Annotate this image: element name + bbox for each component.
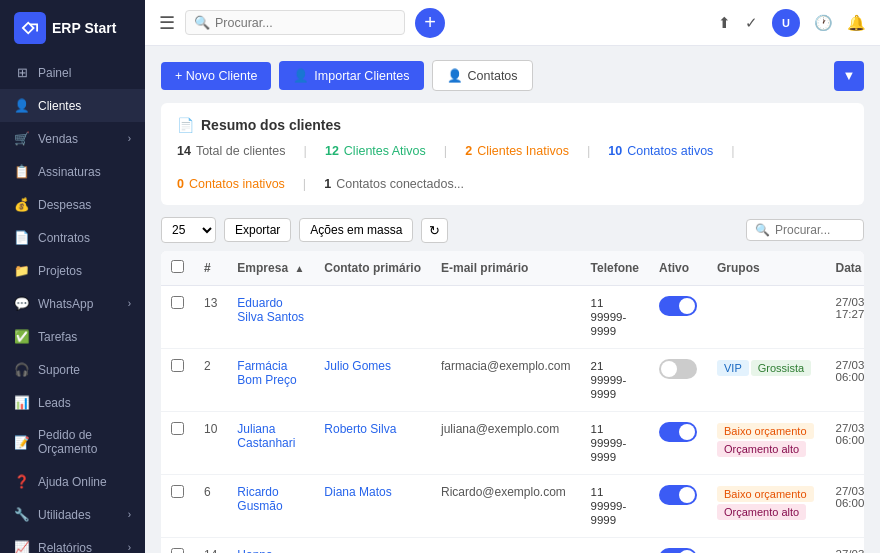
contato-link[interactable]: Diana Matos bbox=[324, 485, 391, 499]
row-grupos bbox=[707, 538, 826, 554]
avatar[interactable]: U bbox=[772, 9, 800, 37]
add-button[interactable]: + bbox=[415, 8, 445, 38]
empresa-link[interactable]: Farmácia Bom Preço bbox=[237, 359, 296, 387]
stat-contatos-ativos: 10 Contatos ativos bbox=[608, 144, 713, 158]
clock-icon[interactable]: 🕐 bbox=[814, 14, 833, 32]
sidebar-item-clientes[interactable]: 👤 Clientes bbox=[0, 89, 145, 122]
sidebar-item-pedido[interactable]: 📝 Pedido de Orçamento bbox=[0, 419, 145, 465]
sidebar-item-projetos[interactable]: 📁 Projetos bbox=[0, 254, 145, 287]
sidebar-item-assinaturas[interactable]: 📋 Assinaturas bbox=[0, 155, 145, 188]
filter-button[interactable]: ▼ bbox=[834, 61, 864, 91]
sidebar-icon-painel: ⊞ bbox=[14, 65, 30, 80]
novo-cliente-button[interactable]: + Novo Cliente bbox=[161, 62, 271, 90]
sidebar-item-vendas[interactable]: 🛒 Vendas › bbox=[0, 122, 145, 155]
ativo-toggle[interactable] bbox=[659, 296, 697, 316]
search-input[interactable] bbox=[215, 16, 396, 30]
importar-clientes-button[interactable]: 👤 Importar Clientes bbox=[279, 61, 423, 90]
sidebar-label-vendas: Vendas bbox=[38, 132, 120, 146]
contatos-ativos-label: Contatos ativos bbox=[627, 144, 713, 158]
email-text: juliana@exemplo.com bbox=[441, 422, 559, 436]
sidebar-item-leads[interactable]: 📊 Leads bbox=[0, 386, 145, 419]
ativo-toggle[interactable] bbox=[659, 422, 697, 442]
sidebar-icon-suporte: 🎧 bbox=[14, 362, 30, 377]
per-page-select[interactable]: 25 50 100 bbox=[161, 217, 216, 243]
empresa-link[interactable]: Eduardo Silva Santos bbox=[237, 296, 304, 324]
sidebar-icon-vendas: 🛒 bbox=[14, 131, 30, 146]
table-row: 6 Ricardo Gusmão Diana Matos Ricardo@exe… bbox=[161, 475, 864, 538]
row-checkbox[interactable] bbox=[171, 548, 184, 553]
sidebar-label-painel: Painel bbox=[38, 66, 131, 80]
logo-text: ERP Start bbox=[52, 20, 116, 36]
empresa-link[interactable]: Ricardo Gusmão bbox=[237, 485, 282, 513]
table-search-input[interactable] bbox=[775, 223, 855, 237]
sidebar-icon-projetos: 📁 bbox=[14, 263, 30, 278]
empresa-link[interactable]: Juliana Castanhari bbox=[237, 422, 295, 450]
row-id: 6 bbox=[194, 475, 227, 538]
row-contato: Diana Matos bbox=[314, 475, 431, 538]
sidebar-item-suporte[interactable]: 🎧 Suporte bbox=[0, 353, 145, 386]
topbar: ☰ 🔍 + ⬆ ✓ U 🕐 🔔 bbox=[145, 0, 880, 46]
contatos-inativos-label: Contatos inativos bbox=[189, 177, 285, 191]
sidebar-label-relatorios: Relatórios bbox=[38, 541, 120, 554]
stat-total: 14 Total de clientes bbox=[177, 144, 286, 158]
ativo-toggle[interactable] bbox=[659, 485, 697, 505]
contatos-button[interactable]: 👤 Contatos bbox=[432, 60, 533, 91]
empresa-link[interactable]: Hanna Torres bbox=[237, 548, 272, 553]
row-email: farmacia@exemplo.com bbox=[431, 349, 581, 412]
refresh-button[interactable]: ↻ bbox=[421, 218, 448, 243]
sidebar-item-whatsapp[interactable]: 💬 WhatsApp › bbox=[0, 287, 145, 320]
table-row: 10 Juliana Castanhari Roberto Silva juli… bbox=[161, 412, 864, 475]
sidebar-item-tarefas[interactable]: ✅ Tarefas bbox=[0, 320, 145, 353]
bell-icon[interactable]: 🔔 bbox=[847, 14, 866, 32]
row-checkbox[interactable] bbox=[171, 485, 184, 498]
row-checkbox[interactable] bbox=[171, 359, 184, 372]
topbar-actions: ⬆ ✓ U 🕐 🔔 bbox=[718, 9, 866, 37]
sidebar-label-assinaturas: Assinaturas bbox=[38, 165, 131, 179]
stat-ativos: 12 Clientes Ativos bbox=[325, 144, 426, 158]
row-email: Ricardo@exemplo.com bbox=[431, 475, 581, 538]
row-data: 27/03/202406:00:06 bbox=[826, 412, 864, 475]
sidebar-item-contratos[interactable]: 📄 Contratos bbox=[0, 221, 145, 254]
row-empresa: Juliana Castanhari bbox=[227, 412, 314, 475]
select-all-checkbox[interactable] bbox=[171, 260, 184, 273]
table-search-box[interactable]: 🔍 bbox=[746, 219, 864, 241]
contatos-conectados-label: Contatos conectados... bbox=[336, 177, 464, 191]
row-contato: Roberto Silva bbox=[314, 412, 431, 475]
mass-action-button[interactable]: Ações em massa bbox=[299, 218, 413, 242]
inativos-num: 2 bbox=[465, 144, 472, 158]
action-bar: + Novo Cliente 👤 Importar Clientes 👤 Con… bbox=[161, 60, 864, 91]
sidebar-label-ajuda: Ajuda Online bbox=[38, 475, 131, 489]
sidebar-item-despesas[interactable]: 💰 Despesas bbox=[0, 188, 145, 221]
row-telefone: 21 99999-9999 bbox=[581, 349, 649, 412]
ativo-toggle[interactable] bbox=[659, 548, 697, 553]
sidebar-item-ajuda[interactable]: ❓ Ajuda Online bbox=[0, 465, 145, 498]
th-empresa[interactable]: Empresa ▲ bbox=[227, 251, 314, 286]
summary-title: 📄 Resumo dos clientes bbox=[177, 117, 848, 133]
row-checkbox[interactable] bbox=[171, 296, 184, 309]
sidebar-item-relatorios[interactable]: 📈 Relatórios › bbox=[0, 531, 145, 553]
doc-icon: 📄 bbox=[177, 117, 194, 133]
row-checkbox-cell bbox=[161, 286, 194, 349]
row-telefone bbox=[581, 538, 649, 554]
sidebar-label-whatsapp: WhatsApp bbox=[38, 297, 120, 311]
sort-empresa-icon: ▲ bbox=[294, 263, 304, 274]
contato-link[interactable]: Roberto Silva bbox=[324, 422, 396, 436]
row-telefone: 11 99999-9999 bbox=[581, 286, 649, 349]
contatos-inativos-num: 0 bbox=[177, 177, 184, 191]
export-button[interactable]: Exportar bbox=[224, 218, 291, 242]
row-checkbox[interactable] bbox=[171, 422, 184, 435]
sidebar-label-projetos: Projetos bbox=[38, 264, 131, 278]
sidebar-arrow-whatsapp: › bbox=[128, 298, 131, 309]
menu-icon[interactable]: ☰ bbox=[159, 12, 175, 34]
sidebar-label-leads: Leads bbox=[38, 396, 131, 410]
sidebar-item-utilidades[interactable]: 🔧 Utilidades › bbox=[0, 498, 145, 531]
search-box[interactable]: 🔍 bbox=[185, 10, 405, 35]
share-icon[interactable]: ⬆ bbox=[718, 14, 731, 32]
check-icon[interactable]: ✓ bbox=[745, 14, 758, 32]
contato-link[interactable]: Julio Gomes bbox=[324, 359, 391, 373]
row-ativo bbox=[649, 475, 707, 538]
sidebar-item-painel[interactable]: ⊞ Painel bbox=[0, 56, 145, 89]
sidebar-icon-clientes: 👤 bbox=[14, 98, 30, 113]
ativo-toggle[interactable] bbox=[659, 359, 697, 379]
row-checkbox-cell bbox=[161, 538, 194, 554]
